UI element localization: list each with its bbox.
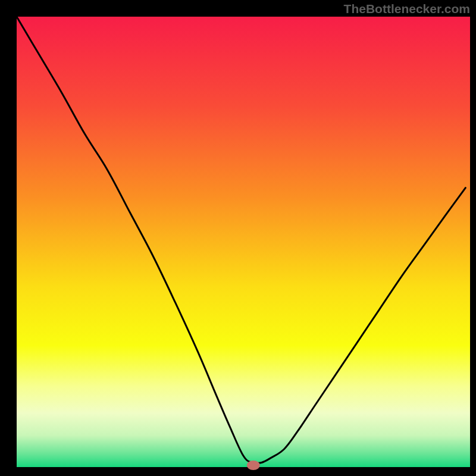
optimum-marker (247, 461, 260, 470)
chart-plot-area (17, 17, 470, 467)
watermark-text: TheBottlenecker.com (344, 2, 470, 15)
bottleneck-chart: TheBottlenecker.com (0, 0, 476, 476)
